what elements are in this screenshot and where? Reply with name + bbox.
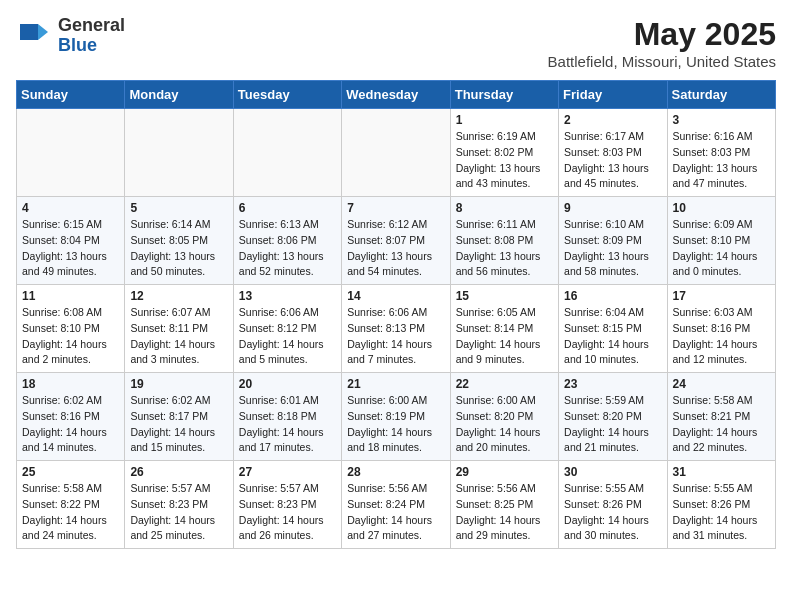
day-number: 9 [564, 201, 661, 215]
daylight-line: Daylight: 14 hours and 15 minutes. [130, 425, 227, 457]
daylight-line: Daylight: 14 hours and 30 minutes. [564, 513, 661, 545]
day-number: 18 [22, 377, 119, 391]
sunset-line: Sunset: 8:06 PM [239, 233, 336, 249]
daylight-line: Daylight: 14 hours and 27 minutes. [347, 513, 444, 545]
sunrise-line: Sunrise: 6:07 AM [130, 305, 227, 321]
sunset-line: Sunset: 8:13 PM [347, 321, 444, 337]
logo-text: General Blue [58, 16, 125, 56]
calendar-cell-w2-d1: 4Sunrise: 6:15 AMSunset: 8:04 PMDaylight… [17, 197, 125, 285]
sunset-line: Sunset: 8:26 PM [673, 497, 770, 513]
day-number: 11 [22, 289, 119, 303]
sunset-line: Sunset: 8:03 PM [564, 145, 661, 161]
sunrise-line: Sunrise: 6:05 AM [456, 305, 553, 321]
calendar-cell-w4-d2: 19Sunrise: 6:02 AMSunset: 8:17 PMDayligh… [125, 373, 233, 461]
sunset-line: Sunset: 8:18 PM [239, 409, 336, 425]
sunset-line: Sunset: 8:25 PM [456, 497, 553, 513]
calendar-cell-w4-d5: 22Sunrise: 6:00 AMSunset: 8:20 PMDayligh… [450, 373, 558, 461]
day-number: 5 [130, 201, 227, 215]
calendar-cell-w1-d4 [342, 109, 450, 197]
sunset-line: Sunset: 8:15 PM [564, 321, 661, 337]
sunrise-line: Sunrise: 5:56 AM [347, 481, 444, 497]
sunrise-line: Sunrise: 6:02 AM [130, 393, 227, 409]
sunset-line: Sunset: 8:16 PM [22, 409, 119, 425]
sunrise-line: Sunrise: 6:09 AM [673, 217, 770, 233]
sunrise-line: Sunrise: 5:58 AM [673, 393, 770, 409]
day-number: 20 [239, 377, 336, 391]
calendar-cell-w3-d1: 11Sunrise: 6:08 AMSunset: 8:10 PMDayligh… [17, 285, 125, 373]
calendar-cell-w1-d2 [125, 109, 233, 197]
daylight-line: Daylight: 14 hours and 22 minutes. [673, 425, 770, 457]
sunrise-line: Sunrise: 6:00 AM [347, 393, 444, 409]
sunrise-line: Sunrise: 6:16 AM [673, 129, 770, 145]
daylight-line: Daylight: 14 hours and 26 minutes. [239, 513, 336, 545]
calendar-location: Battlefield, Missouri, United States [548, 53, 776, 70]
sunrise-line: Sunrise: 5:57 AM [130, 481, 227, 497]
daylight-line: Daylight: 14 hours and 25 minutes. [130, 513, 227, 545]
sunrise-line: Sunrise: 5:58 AM [22, 481, 119, 497]
calendar-cell-w5-d2: 26Sunrise: 5:57 AMSunset: 8:23 PMDayligh… [125, 461, 233, 549]
sunrise-line: Sunrise: 6:11 AM [456, 217, 553, 233]
day-number: 27 [239, 465, 336, 479]
daylight-line: Daylight: 14 hours and 18 minutes. [347, 425, 444, 457]
sunrise-line: Sunrise: 6:03 AM [673, 305, 770, 321]
sunrise-line: Sunrise: 6:10 AM [564, 217, 661, 233]
week-row-3: 11Sunrise: 6:08 AMSunset: 8:10 PMDayligh… [17, 285, 776, 373]
day-number: 3 [673, 113, 770, 127]
calendar-cell-w4-d3: 20Sunrise: 6:01 AMSunset: 8:18 PMDayligh… [233, 373, 341, 461]
calendar-cell-w5-d5: 29Sunrise: 5:56 AMSunset: 8:25 PMDayligh… [450, 461, 558, 549]
daylight-line: Daylight: 14 hours and 17 minutes. [239, 425, 336, 457]
daylight-line: Daylight: 14 hours and 5 minutes. [239, 337, 336, 369]
daylight-line: Daylight: 14 hours and 12 minutes. [673, 337, 770, 369]
daylight-line: Daylight: 13 hours and 45 minutes. [564, 161, 661, 193]
sunrise-line: Sunrise: 5:59 AM [564, 393, 661, 409]
daylight-line: Daylight: 13 hours and 52 minutes. [239, 249, 336, 281]
calendar-cell-w1-d3 [233, 109, 341, 197]
day-number: 12 [130, 289, 227, 303]
day-number: 6 [239, 201, 336, 215]
header-friday: Friday [559, 81, 667, 109]
calendar-cell-w3-d5: 15Sunrise: 6:05 AMSunset: 8:14 PMDayligh… [450, 285, 558, 373]
sunrise-line: Sunrise: 5:55 AM [564, 481, 661, 497]
day-number: 31 [673, 465, 770, 479]
daylight-line: Daylight: 14 hours and 31 minutes. [673, 513, 770, 545]
day-number: 22 [456, 377, 553, 391]
sunrise-line: Sunrise: 6:14 AM [130, 217, 227, 233]
day-number: 17 [673, 289, 770, 303]
sunset-line: Sunset: 8:10 PM [673, 233, 770, 249]
daylight-line: Daylight: 13 hours and 47 minutes. [673, 161, 770, 193]
sunset-line: Sunset: 8:24 PM [347, 497, 444, 513]
sunrise-line: Sunrise: 6:04 AM [564, 305, 661, 321]
day-number: 8 [456, 201, 553, 215]
week-row-5: 25Sunrise: 5:58 AMSunset: 8:22 PMDayligh… [17, 461, 776, 549]
daylight-line: Daylight: 14 hours and 21 minutes. [564, 425, 661, 457]
calendar-cell-w2-d5: 8Sunrise: 6:11 AMSunset: 8:08 PMDaylight… [450, 197, 558, 285]
calendar-cell-w5-d7: 31Sunrise: 5:55 AMSunset: 8:26 PMDayligh… [667, 461, 775, 549]
sunrise-line: Sunrise: 5:57 AM [239, 481, 336, 497]
sunrise-line: Sunrise: 5:55 AM [673, 481, 770, 497]
sunset-line: Sunset: 8:14 PM [456, 321, 553, 337]
day-number: 2 [564, 113, 661, 127]
sunset-line: Sunset: 8:04 PM [22, 233, 119, 249]
header-saturday: Saturday [667, 81, 775, 109]
calendar-cell-w1-d5: 1Sunrise: 6:19 AMSunset: 8:02 PMDaylight… [450, 109, 558, 197]
daylight-line: Daylight: 14 hours and 7 minutes. [347, 337, 444, 369]
day-number: 13 [239, 289, 336, 303]
daylight-line: Daylight: 13 hours and 54 minutes. [347, 249, 444, 281]
header-thursday: Thursday [450, 81, 558, 109]
daylight-line: Daylight: 14 hours and 3 minutes. [130, 337, 227, 369]
day-number: 26 [130, 465, 227, 479]
day-number: 19 [130, 377, 227, 391]
daylight-line: Daylight: 14 hours and 2 minutes. [22, 337, 119, 369]
day-number: 10 [673, 201, 770, 215]
day-number: 4 [22, 201, 119, 215]
calendar-cell-w2-d7: 10Sunrise: 6:09 AMSunset: 8:10 PMDayligh… [667, 197, 775, 285]
sunrise-line: Sunrise: 6:06 AM [347, 305, 444, 321]
day-number: 30 [564, 465, 661, 479]
header-wednesday: Wednesday [342, 81, 450, 109]
daylight-line: Daylight: 14 hours and 20 minutes. [456, 425, 553, 457]
calendar-cell-w4-d1: 18Sunrise: 6:02 AMSunset: 8:16 PMDayligh… [17, 373, 125, 461]
sunrise-line: Sunrise: 6:01 AM [239, 393, 336, 409]
header-monday: Monday [125, 81, 233, 109]
day-number: 1 [456, 113, 553, 127]
day-number: 24 [673, 377, 770, 391]
